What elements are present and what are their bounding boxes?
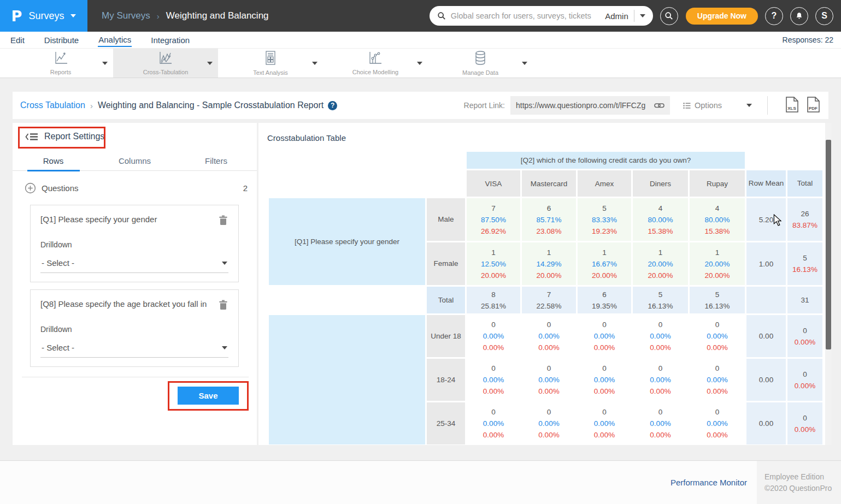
help-button[interactable]: ? — [765, 7, 783, 25]
global-search[interactable]: Global search for users, surveys, ticket… — [430, 6, 653, 26]
toolbar-tab-label: Choice Modelling — [352, 69, 398, 75]
cell-value: 16.13% — [633, 300, 688, 312]
cell-value: 16.67% — [578, 258, 631, 270]
row-mean-cell: 0.00 — [746, 315, 786, 357]
data-cell: 685.71%23.08% — [522, 198, 576, 241]
data-cell: 120.00%20.00% — [633, 242, 688, 285]
row-label: 25-34 — [427, 402, 465, 444]
toolbar-tab-text-analysis[interactable]: Text Analysis — [218, 49, 323, 78]
cell-value: 0.00% — [467, 342, 520, 353]
drilldown-select[interactable]: - Select - — [40, 342, 228, 358]
settings-tab-filters[interactable]: Filters — [175, 155, 257, 170]
chevron-down-icon — [70, 14, 76, 17]
cell-value: 0.00% — [633, 386, 688, 397]
cell-value: 26.92% — [467, 226, 520, 237]
cell-value: 0.00% — [690, 330, 745, 342]
cell-value: 0 — [633, 363, 688, 374]
search-scope-dropdown-icon[interactable] — [640, 14, 645, 17]
search-input[interactable]: Global search for users, surveys, ticket… — [451, 11, 605, 20]
divider — [767, 96, 768, 115]
questions-label: Questions — [42, 183, 79, 193]
data-cell: 583.33%19.23% — [578, 198, 631, 241]
toolbar-tab-label: Text Analysis — [253, 69, 288, 76]
toolbar-tab-cross-tabulation[interactable]: Cross-Tabulation — [113, 49, 218, 78]
data-cell: 00.00%0.00% — [633, 315, 688, 357]
user-avatar[interactable]: S — [815, 7, 833, 25]
chevron-down-icon[interactable] — [522, 62, 527, 65]
breadcrumb-my-surveys[interactable]: My Surveys — [102, 10, 150, 21]
nav-item-edit[interactable]: Edit — [10, 33, 25, 46]
cell-value: 0 — [578, 319, 631, 330]
report-settings-toggle[interactable]: Report Settings — [20, 128, 110, 145]
row-label: Under 18 — [427, 315, 465, 357]
data-cell: 00.00%0.00% — [522, 402, 576, 444]
upgrade-now-button[interactable]: Upgrade Now — [686, 8, 758, 25]
cell-value: 0.00% — [690, 374, 745, 386]
options-dropdown[interactable]: Options — [683, 101, 752, 110]
trash-icon[interactable] — [218, 299, 228, 312]
cell-value: 0.00% — [522, 330, 576, 342]
nav-item-integration[interactable]: Integration — [150, 33, 190, 46]
nav-item-analytics[interactable]: Analytics — [98, 33, 132, 47]
data-cell: 00.00%0.00% — [690, 402, 745, 444]
row-question-cell — [269, 315, 425, 444]
cell-value: 0 — [522, 319, 576, 330]
options-list-icon — [683, 102, 691, 109]
data-cell: 112.50%20.00% — [467, 242, 520, 285]
settings-tab-columns[interactable]: Columns — [94, 155, 175, 170]
chevron-down-icon[interactable] — [207, 62, 213, 65]
cell-value: 16.13% — [787, 264, 822, 275]
surveys-product-menu[interactable]: P Surveys — [0, 0, 87, 32]
cell-value: 5 — [690, 289, 745, 300]
report-settings-label: Report Settings — [44, 132, 104, 141]
cell-value: 5 — [578, 203, 631, 214]
cell-value: 20.00% — [633, 270, 688, 281]
cell-value: 22.58% — [522, 300, 576, 312]
chevron-down-icon[interactable] — [102, 62, 108, 65]
vertical-scrollbar[interactable] — [825, 123, 832, 445]
chevron-down-icon[interactable] — [312, 62, 317, 65]
crosstab-title: Crosstabulation Table — [267, 133, 346, 143]
nav-item-distribute[interactable]: Distribute — [44, 33, 79, 46]
performance-monitor-link[interactable]: Performance Monitor — [671, 461, 747, 504]
link-icon — [654, 102, 664, 109]
cell-value: 1 — [690, 247, 745, 258]
trash-icon[interactable] — [218, 215, 228, 228]
total-data-cell: 722.58% — [522, 287, 576, 313]
scrollbar-thumb[interactable] — [826, 140, 831, 349]
cell-value: 20.00% — [690, 258, 745, 270]
add-question-icon[interactable] — [25, 182, 36, 194]
cell-value: 0 — [522, 363, 576, 374]
cell-value: 0.00% — [467, 386, 520, 397]
cell-value: 0.00% — [578, 429, 631, 441]
export-xls-button[interactable]: XLS — [785, 96, 799, 115]
settings-tab-rows[interactable]: Rows — [13, 155, 94, 170]
row-question-cell: [Q1] Please specify your gender — [269, 198, 425, 285]
chevron-down-icon — [222, 262, 227, 265]
cell-value: 0.00% — [690, 386, 745, 397]
chevron-down-icon[interactable] — [417, 62, 422, 65]
breadcrumb-separator: › — [157, 11, 160, 21]
export-pdf-button[interactable]: PDF — [806, 96, 821, 115]
cell-value: 31 — [787, 294, 822, 306]
data-cell: 00.00%0.00% — [578, 359, 631, 401]
svg-text:PDF: PDF — [809, 106, 818, 111]
blank-cell — [269, 170, 465, 197]
drilldown-select[interactable]: - Select - — [40, 257, 228, 273]
chevron-down-icon[interactable] — [746, 104, 752, 107]
cell-value: 7 — [467, 203, 520, 214]
search-submit-button[interactable] — [660, 7, 678, 25]
row-mean-header: Row Mean — [746, 170, 786, 197]
cross-tabulation-link[interactable]: Cross Tabulation — [20, 100, 85, 110]
toolbar-tab-reports[interactable]: Reports — [8, 49, 113, 78]
save-button[interactable]: Save — [178, 387, 239, 405]
toolbar-tab-manage-data[interactable]: Manage Data — [428, 49, 533, 78]
toolbar-tab-choice-modelling[interactable]: Choice Modelling — [323, 49, 428, 78]
help-icon[interactable]: ? — [328, 101, 337, 110]
cell-value: 1 — [467, 247, 520, 258]
cell-value: 0.00% — [690, 342, 745, 353]
survey-section-nav: EditDistributeAnalyticsIntegration Respo… — [0, 32, 841, 49]
questions-count: 2 — [243, 183, 248, 193]
notifications-button[interactable] — [790, 7, 808, 25]
report-link-input[interactable]: https://www.questionpro.com/t/lFFCZg — [510, 96, 670, 115]
